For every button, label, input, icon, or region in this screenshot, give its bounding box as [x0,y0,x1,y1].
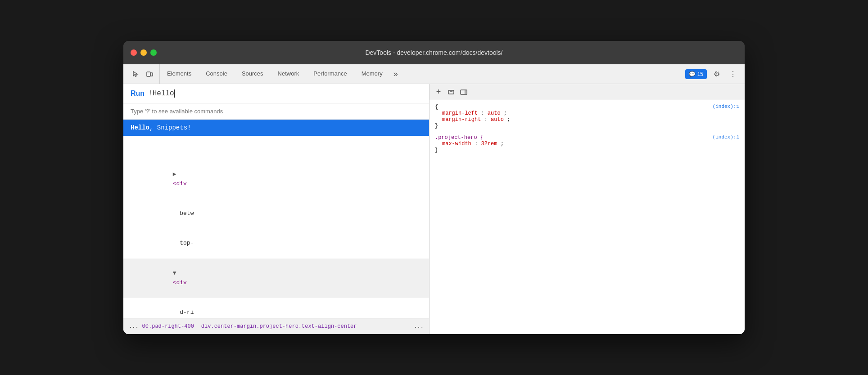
style-rule-2: .project-hero { (index):1 max-width : 32… [435,134,739,153]
window-title: DevTools - developer.chrome.com/docs/dev… [365,49,502,56]
more-menu-icon: ⋮ [729,70,737,78]
tab-bar-icons [125,64,160,84]
device-toolbar-icon[interactable] [143,68,156,80]
svg-rect-4 [461,90,467,94]
style-prop-margin-left: margin-left : auto ; [435,110,739,116]
tab-memory[interactable]: Memory [354,64,390,84]
right-panel-toolbar: + [429,84,745,100]
style-rule-2-header: .project-hero { (index):1 [435,134,739,141]
svg-rect-1 [151,73,153,76]
dom-line: ▼ <div [123,259,429,298]
console-badge-button[interactable]: 💬 15 [685,69,707,79]
add-style-rule-button[interactable]: + [433,87,444,98]
right-panel: + [429,84,745,334]
dom-line: top- [123,229,429,259]
style-selector-2: .project-hero { [435,134,484,141]
main-content: Run !Hello Type '?' to see available com… [123,84,745,334]
svg-rect-2 [448,90,454,94]
tab-performance[interactable]: Performance [306,64,354,84]
styles-content: { (index):1 margin-left : auto ; margin-… [429,100,745,334]
select-tool-icon[interactable] [129,68,141,80]
style-prop-max-width: max-width : 32rem ; [435,141,739,147]
autocomplete-bold-match: Hello [131,124,149,131]
close-button[interactable] [131,49,137,56]
breadcrumb-end-dots: ... [414,323,424,330]
more-tabs-button[interactable]: » [390,64,402,84]
dom-line: ▶ <div [123,160,429,199]
style-rule-2-close: } [435,147,739,153]
tab-bar-right: 💬 15 ⚙ ⋮ [682,68,743,80]
autocomplete-overlay: Run !Hello Type '?' to see available com… [123,84,429,136]
breadcrumb-bar: ... 00.pad-right-400 div.center-margin.p… [123,318,429,334]
run-command-bar: Run !Hello [123,84,429,103]
style-source-1[interactable]: (index):1 [713,104,739,109]
hint-text: Type '?' to see available commands [123,103,429,120]
tabs: Elements Console Sources Network Perform… [160,64,682,84]
sidebar-pane-button[interactable] [458,87,469,98]
tab-elements[interactable]: Elements [160,64,199,84]
style-prop-margin-right: margin-right : auto ; [435,116,739,123]
maximize-button[interactable] [150,49,157,56]
breadcrumb-dots: ... [129,323,139,330]
left-panel: Run !Hello Type '?' to see available com… [123,84,429,334]
style-source-2[interactable]: (index):1 [713,134,739,140]
autocomplete-rest: , Snippets! [149,124,191,131]
style-rule-1: { (index):1 margin-left : auto ; margin-… [435,104,739,129]
traffic-lights [131,49,157,56]
dom-line: betw [123,199,429,228]
run-label: Run [131,89,145,98]
devtools-window: DevTools - developer.chrome.com/docs/dev… [123,41,745,334]
dom-line: d-ri [123,298,429,318]
svg-rect-0 [147,72,150,76]
dom-content: ▶ <div betw top- ▼ <div d-ri [123,156,429,318]
console-icon: 💬 [689,71,696,77]
tab-network[interactable]: Network [271,64,307,84]
tab-bar: Elements Console Sources Network Perform… [123,64,745,84]
text-cursor [174,89,175,98]
minimize-button[interactable] [140,49,147,56]
devtools-panel: Elements Console Sources Network Perform… [123,64,745,334]
command-input[interactable]: !Hello [148,89,175,98]
toggle-classes-button[interactable] [446,87,457,98]
style-rule-1-header: { (index):1 [435,104,739,110]
tab-sources[interactable]: Sources [235,64,271,84]
breadcrumb-item-2[interactable]: div.center-margin.project-hero.text-alig… [201,323,357,330]
settings-button[interactable]: ⚙ [710,68,723,80]
style-rule-1-close: } [435,123,739,129]
more-menu-button[interactable]: ⋮ [727,68,739,80]
breadcrumb-item-1[interactable]: 00.pad-right-400 [142,323,194,330]
gear-icon: ⚙ [714,70,720,78]
tab-console[interactable]: Console [199,64,235,84]
autocomplete-item-hello[interactable]: Hello, Snippets! [123,120,429,136]
title-bar: DevTools - developer.chrome.com/docs/dev… [123,41,745,64]
